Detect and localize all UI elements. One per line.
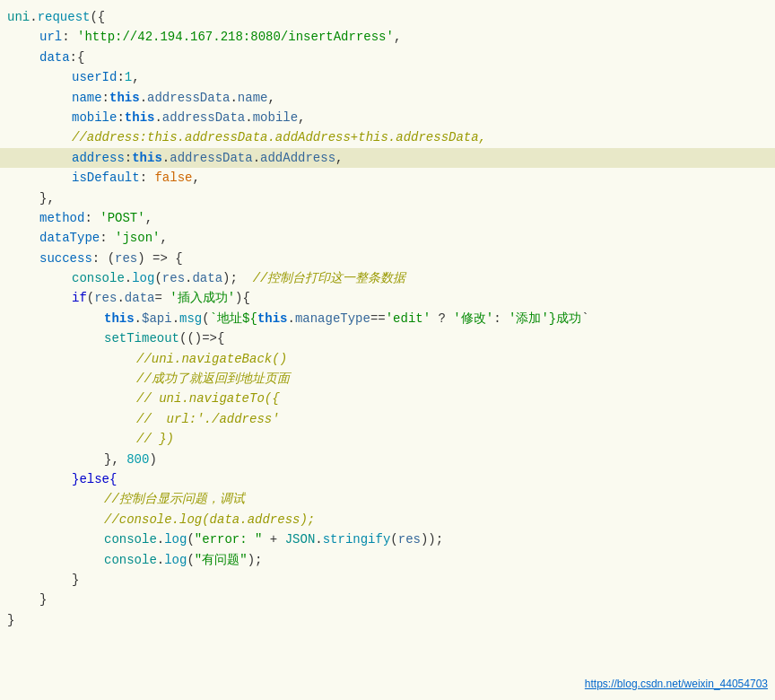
token: dataType [39, 228, 100, 248]
token: . [140, 88, 147, 108]
token: . [117, 288, 124, 308]
token: }成功 [549, 309, 581, 328]
token: . [185, 268, 192, 288]
code-line-25: //console.log(data.address); [0, 510, 775, 529]
token: :{ [70, 48, 85, 67]
code-line-6: //address:this.addressData.addAddress+th… [0, 127, 775, 147]
token: ( [202, 309, 209, 328]
token: == [370, 309, 386, 328]
code-line-9: }, [0, 188, 775, 208]
token: log [132, 268, 154, 288]
token: //uni.navigateBack() [136, 349, 287, 369]
token: : [125, 148, 132, 168]
token: stringify [323, 529, 391, 549]
code-line-23: }else{ [0, 469, 775, 489]
token: "error: " [195, 529, 263, 549]
token: ` [581, 309, 588, 328]
code-line-4: name:this.addressData.name, [0, 88, 775, 108]
token: name [72, 88, 102, 108]
code-line-26: console.log("error: " + JSON.stringify(r… [0, 529, 775, 549]
token: ( [154, 268, 161, 288]
code-line-14: if(res.data= '插入成功'){ [0, 288, 775, 308]
token: // uni.navigateTo({ [136, 389, 280, 408]
token: ( [87, 288, 94, 308]
token: : [92, 249, 108, 268]
token: . [162, 148, 170, 168]
token: . [154, 108, 161, 127]
token: : [84, 208, 100, 228]
token: ); [222, 268, 253, 288]
token: }, [39, 188, 55, 208]
token: ); [248, 550, 263, 570]
token: . [125, 268, 132, 288]
code-line-10: method: 'POST', [0, 208, 775, 228]
token: data [192, 268, 222, 288]
token: : [117, 67, 124, 87]
code-line-29: } [0, 590, 775, 609]
token: JSON [285, 529, 316, 549]
code-line-18: //成功了就返回到地址页面 [0, 369, 775, 389]
token: url [39, 27, 62, 47]
token: . [157, 550, 164, 570]
token: res [162, 268, 185, 288]
token: . [172, 309, 179, 328]
token: log [164, 550, 187, 570]
code-editor: uni.request({url: 'http://42.194.167.218… [0, 0, 775, 700]
token: : [102, 88, 109, 108]
code-line-3: userId:1, [0, 67, 775, 87]
token: 'json' [115, 228, 160, 248]
token: `地址${ [210, 309, 257, 328]
token: 'http://42.194.167.218:8080/insertAdrres… [77, 27, 394, 47]
code-line-28: } [0, 570, 775, 590]
token: 'edit' [386, 309, 431, 328]
token: : [100, 228, 115, 248]
token: //address:this.addressData.addAddress+th… [72, 127, 486, 147]
token: userId [72, 67, 117, 87]
token: ( [390, 529, 397, 549]
token: addAddress [260, 148, 335, 168]
token: , [145, 208, 152, 228]
watermark: https://blog.csdn.net/weixin_44054703 [585, 676, 768, 693]
token: ( [108, 249, 115, 268]
token: //成功了就返回到地址页面 [136, 369, 290, 389]
token: manageType [295, 309, 370, 328]
code-line-1: url: 'http://42.194.167.218:8080/insertA… [0, 27, 775, 47]
token: } [72, 570, 79, 590]
token: address [72, 148, 125, 168]
token: name [238, 88, 268, 108]
token: ) [149, 450, 156, 469]
code-line-5: mobile:this.addressData.mobile, [0, 108, 775, 127]
token: method [39, 208, 84, 228]
token: . [157, 529, 164, 549]
token: addressData [147, 88, 230, 108]
code-line-16: setTimeout(()=>{ [0, 328, 775, 348]
token: "有问题" [195, 550, 248, 570]
token: } [39, 590, 47, 609]
token: . [315, 529, 322, 549]
token: => [145, 249, 176, 268]
token: . [30, 7, 37, 27]
token: data [125, 288, 155, 308]
token: ({ [90, 7, 105, 27]
token: , [394, 27, 401, 47]
code-line-27: console.log("有问题"); [0, 550, 775, 570]
token: isDefault [72, 168, 140, 188]
token: (()=>{ [179, 328, 224, 348]
token: : [62, 27, 77, 47]
token: ) [137, 249, 144, 268]
token: . [230, 88, 237, 108]
token: addressData [162, 108, 245, 127]
token: $api [142, 309, 172, 328]
token: . [253, 148, 260, 168]
token: uni [7, 7, 30, 27]
token: : [493, 309, 509, 328]
code-line-0: uni.request({ [0, 7, 775, 27]
token: = [154, 288, 170, 308]
token: setTimeout [104, 328, 179, 348]
token: . [135, 309, 142, 328]
token: , [192, 168, 199, 188]
token: false [154, 168, 192, 188]
token: //控制台打印这一整条数据 [253, 268, 406, 288]
token: this [104, 309, 135, 328]
token: 1 [125, 67, 132, 87]
